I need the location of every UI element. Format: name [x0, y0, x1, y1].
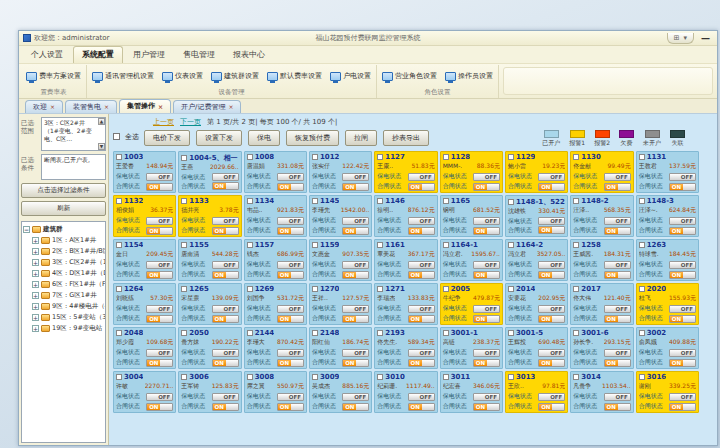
meter-card[interactable]: 2048郑少霞109.68元保电状态OFF合闸状态ON [113, 327, 176, 369]
next-page-link[interactable]: 下一页 [180, 117, 201, 127]
protect-toggle[interactable]: OFF [473, 261, 500, 269]
protect-toggle[interactable]: OFF [604, 261, 631, 269]
switch-toggle[interactable]: ON [212, 315, 239, 323]
scroll-down-icon[interactable]: ▼ [98, 143, 105, 150]
protect-toggle[interactable]: OFF [538, 349, 565, 357]
protect-toggle[interactable]: OFF [669, 173, 696, 181]
meter-card[interactable]: 2005牛纪争479.87元保电状态OFF合闸状态ON [440, 283, 503, 325]
ribbon-button-仪表设置[interactable]: 仪表设置 [160, 69, 205, 83]
protect-toggle[interactable]: OFF [473, 349, 500, 357]
card-checkbox[interactable] [312, 286, 318, 292]
tab-集管操作[interactable]: 集管操作× [119, 99, 171, 113]
switch-toggle[interactable]: ON [146, 227, 173, 235]
switch-toggle[interactable]: ON [473, 227, 500, 235]
expand-icon[interactable]: + [32, 270, 39, 277]
protect-toggle[interactable]: OFF [604, 217, 631, 225]
card-checkbox[interactable] [639, 374, 645, 380]
switch-toggle[interactable]: ON [538, 359, 565, 367]
toolbar-button-电价下发[interactable]: 电价下发 [144, 130, 190, 146]
protect-toggle[interactable]: OFF [212, 217, 239, 225]
protect-toggle[interactable]: OFF [342, 217, 369, 225]
meter-card[interactable]: 1132相俊娟36.37元保电状态OFF合闸状态ON [113, 195, 176, 237]
switch-toggle[interactable]: ON [342, 315, 369, 323]
expand-icon[interactable]: + [32, 292, 39, 299]
switch-toggle[interactable]: ON [146, 183, 173, 191]
protect-toggle[interactable]: OFF [473, 393, 500, 401]
switch-toggle[interactable]: ON [473, 359, 500, 367]
meter-card[interactable]: 1128MMM-.88.36元保电状态OFF合闸状态ON [440, 151, 503, 193]
tree-root[interactable]: −建筑群 [23, 224, 104, 235]
card-checkbox[interactable] [377, 198, 383, 204]
ribbon-button-默认费率设置[interactable]: 默认费率设置 [265, 69, 324, 83]
protect-toggle[interactable]: OFF [342, 173, 369, 181]
switch-toggle[interactable]: ON [277, 227, 304, 235]
menu-item-系统配置[interactable]: 系统配置 [73, 46, 123, 63]
meter-card[interactable]: 3002俞凤娥409.88元保电状态OFF合闸状态ON [636, 327, 699, 369]
card-checkbox[interactable] [573, 286, 579, 292]
switch-toggle[interactable]: ON [146, 403, 173, 411]
protect-toggle[interactable]: OFF [669, 217, 696, 225]
card-checkbox[interactable] [639, 330, 645, 336]
card-checkbox[interactable] [573, 330, 579, 336]
meter-card[interactable]: 2014安要花202.95元保电状态OFF合闸状态ON [505, 283, 568, 325]
meter-card[interactable]: 1148-1、522沈雄铁330.41元保电状态OFF合闸状态ON [505, 195, 568, 237]
card-checkbox[interactable] [443, 330, 449, 336]
meter-card[interactable]: 1012张实仔122.42元保电状态OFF合闸状态ON [309, 151, 372, 193]
protect-toggle[interactable]: OFF [342, 349, 369, 357]
card-checkbox[interactable] [116, 330, 122, 336]
expand-icon[interactable]: + [32, 237, 39, 244]
toolbar-button-设置下发[interactable]: 设置下发 [196, 130, 242, 146]
switch-toggle[interactable]: ON [604, 183, 631, 191]
toolbar-button-拉闸[interactable]: 拉闸 [345, 130, 377, 146]
protect-toggle[interactable]: OFF [277, 261, 304, 269]
protect-toggle[interactable]: OFF [473, 173, 500, 181]
switch-toggle[interactable]: ON [408, 315, 435, 323]
switch-toggle[interactable]: ON [538, 271, 565, 279]
card-checkbox[interactable] [639, 242, 645, 248]
protect-toggle[interactable]: OFF [538, 217, 565, 225]
listbox-scrollbar[interactable]: ▲▼ [98, 118, 105, 150]
switch-toggle[interactable]: ON [146, 271, 173, 279]
selected-condition-listbox[interactable]: 断闸表,已开户表, [41, 154, 106, 180]
menu-item-用户管理[interactable]: 用户管理 [125, 47, 173, 63]
menu-item-售电管理[interactable]: 售电管理 [175, 47, 223, 63]
card-checkbox[interactable] [116, 242, 122, 248]
card-checkbox[interactable] [573, 154, 579, 160]
switch-toggle[interactable]: ON [669, 403, 696, 411]
protect-toggle[interactable]: OFF [473, 305, 500, 313]
switch-toggle[interactable]: ON [538, 403, 565, 411]
refresh-button[interactable]: 刷新 [21, 201, 106, 216]
selected-range-listbox[interactable]: 3区：C区2#井 （1#变电、2#变电、C区… ▲▼ [41, 117, 106, 151]
tab-开户/记费管理[interactable]: 开户/记费管理× [173, 100, 241, 113]
switch-toggle[interactable]: ON [342, 403, 369, 411]
tree-item[interactable]: +4区：D区1#井（D区1 [23, 268, 104, 279]
switch-toggle[interactable]: ON [277, 403, 304, 411]
meter-card[interactable]: 1131王教君137.59元保电状态OFF合闸状态ON [636, 151, 699, 193]
switch-toggle[interactable]: ON [473, 271, 500, 279]
switch-toggle[interactable]: ON [604, 227, 631, 235]
card-checkbox[interactable] [443, 374, 449, 380]
card-checkbox[interactable] [639, 198, 645, 204]
toolbar-button-恢复预付费[interactable]: 恢复预付费 [286, 130, 339, 146]
meter-card[interactable]: 3008席之翼550.97元保电状态OFF合闸状态ON [244, 371, 307, 413]
ribbon-button-费率方案设置[interactable]: 费率方案设置 [24, 69, 83, 83]
card-checkbox[interactable] [508, 199, 514, 205]
meter-card[interactable]: 1270王祥..127.57元保电状态OFF合闸状态ON [309, 283, 372, 325]
switch-toggle[interactable]: ON [212, 227, 239, 235]
prev-page-link[interactable]: 上一页 [153, 117, 174, 127]
building-tree[interactable]: −建筑群+1区：A区1#井+2区：B区1#井/B区1#+3区：C区2#井（1#变… [21, 221, 106, 443]
card-checkbox[interactable] [573, 374, 579, 380]
meter-card[interactable]: 2050贵方妹190.22元保电状态OFF合闸状态ON [178, 327, 241, 369]
toolbar-button-保电[interactable]: 保电 [248, 130, 280, 146]
meter-card[interactable]: 3001-1高链238.37元保电状态OFF合闸状态ON [440, 327, 503, 369]
protect-toggle[interactable]: OFF [408, 173, 435, 181]
protect-toggle[interactable]: OFF [277, 173, 304, 181]
meter-card[interactable]: 1148-3汪泽~.624.84元保电状态OFF合闸状态ON [636, 195, 699, 237]
protect-toggle[interactable]: OFF [146, 217, 173, 225]
protect-toggle[interactable]: OFF [277, 305, 304, 313]
card-checkbox[interactable] [247, 374, 253, 380]
protect-toggle[interactable]: OFF [146, 349, 173, 357]
switch-toggle[interactable]: ON [669, 271, 696, 279]
switch-toggle[interactable]: ON [342, 227, 369, 235]
card-checkbox[interactable] [639, 286, 645, 292]
